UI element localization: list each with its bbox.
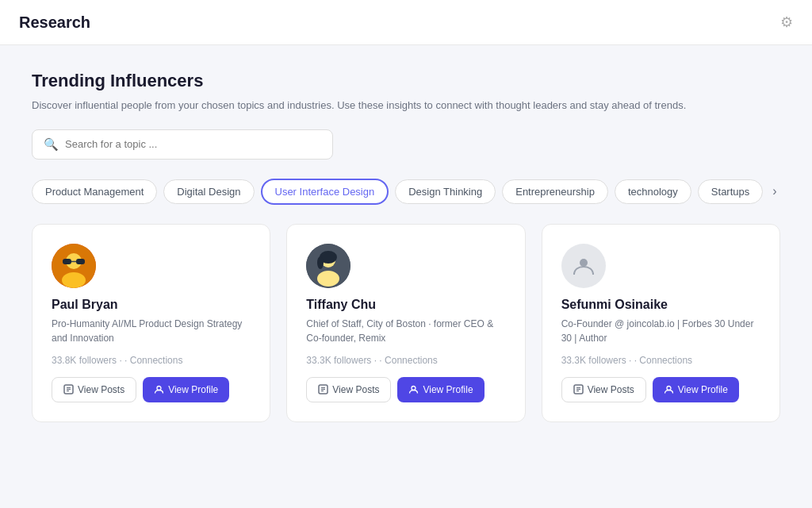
search-input[interactable] (65, 138, 321, 150)
profile-icon (408, 384, 419, 394)
influencer-followers-tiffany-chu: 33.3K followers · · Connections (306, 355, 505, 366)
section-title: Trending Influencers (32, 71, 780, 91)
avatar-sefunmi-osinaike (561, 244, 606, 288)
posts-icon (573, 384, 584, 394)
topic-tab-entrepreneurship[interactable]: Entrepreneurship (502, 179, 608, 204)
svg-point-2 (62, 272, 86, 288)
influencer-name-sefunmi-osinaike: Sefunmi Osinaike (561, 298, 760, 312)
view-profile-button-paul-bryan[interactable]: View Profile (143, 377, 229, 402)
topic-tab-design-thinking[interactable]: Design Thinking (395, 179, 496, 204)
influencer-name-paul-bryan: Paul Bryan (52, 298, 251, 312)
header: Research ⚙ (0, 0, 812, 45)
influencer-followers-sefunmi-osinaike: 33.3K followers · · Connections (561, 355, 760, 366)
page-title: Research (19, 13, 90, 32)
svg-point-26 (667, 387, 671, 391)
profile-icon (154, 384, 164, 394)
influencers-grid: Paul Bryan Pro-Humanity AI/ML Product De… (32, 224, 780, 422)
view-posts-button-tiffany-chu[interactable]: View Posts (306, 377, 391, 402)
view-posts-button-paul-bryan[interactable]: View Posts (52, 377, 136, 402)
topics-next-arrow[interactable]: › (772, 184, 776, 198)
influencer-bio-sefunmi-osinaike: Co-Founder @ joincolab.io | Forbes 30 Un… (561, 317, 760, 345)
search-bar[interactable]: 🔍 (32, 129, 333, 160)
svg-rect-3 (63, 259, 71, 264)
view-profile-button-tiffany-chu[interactable]: View Profile (397, 377, 484, 402)
view-profile-button-sefunmi-osinaike[interactable]: View Profile (653, 377, 739, 402)
posts-icon (318, 384, 328, 394)
avatar-tiffany-chu (306, 244, 350, 288)
card-actions-sefunmi-osinaike: View Posts View Profile (561, 377, 760, 402)
influencer-followers-paul-bryan: 33.8K followers · · Connections (52, 355, 251, 366)
card-actions-paul-bryan: View Posts View Profile (52, 377, 251, 402)
posts-icon (63, 384, 74, 394)
topic-tab-user-interface-design[interactable]: User Interface Design (261, 179, 389, 205)
search-icon: 🔍 (44, 137, 59, 152)
svg-point-13 (317, 271, 339, 287)
svg-rect-4 (76, 259, 85, 264)
influencer-card-sefunmi-osinaike: Sefunmi Osinaike Co-Founder @ joincolab.… (542, 224, 780, 422)
svg-point-20 (412, 387, 416, 391)
topic-tab-digital-design[interactable]: Digital Design (163, 179, 254, 204)
influencer-name-tiffany-chu: Tiffany Chu (306, 298, 505, 312)
avatar-paul-bryan (52, 244, 96, 288)
influencer-card-paul-bryan: Paul Bryan Pro-Humanity AI/ML Product De… (32, 224, 270, 422)
svg-point-21 (580, 259, 588, 267)
influencer-bio-paul-bryan: Pro-Humanity AI/ML Product Design Strate… (52, 317, 251, 345)
card-actions-tiffany-chu: View Posts View Profile (306, 377, 505, 402)
view-posts-button-sefunmi-osinaike[interactable]: View Posts (561, 377, 646, 402)
main-content: Trending Influencers Discover influentia… (0, 45, 812, 508)
svg-point-10 (157, 387, 161, 391)
influencer-card-tiffany-chu: Tiffany Chu Chief of Staff, City of Bost… (286, 224, 525, 422)
topic-tab-product-management[interactable]: Product Management (32, 179, 157, 204)
svg-point-15 (317, 256, 324, 269)
topic-tab-startups[interactable]: Startups (698, 179, 763, 204)
influencer-bio-tiffany-chu: Chief of Staff, City of Boston · former … (306, 317, 505, 345)
section-description: Discover influential people from your ch… (32, 98, 714, 114)
topics-bar: Product ManagementDigital DesignUser Int… (32, 179, 780, 205)
profile-icon (664, 384, 674, 394)
settings-icon[interactable]: ⚙ (780, 13, 793, 31)
topic-tab-technology[interactable]: technology (615, 179, 691, 204)
